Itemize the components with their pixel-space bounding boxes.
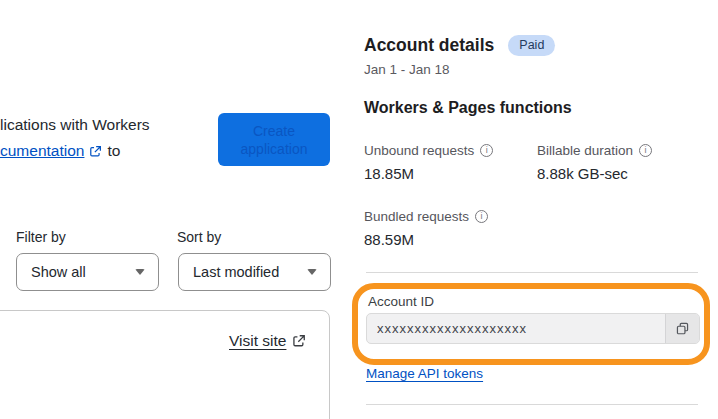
divider xyxy=(366,272,698,273)
documentation-link[interactable]: cumentation xyxy=(0,142,84,160)
billable-duration-value: 8.88k GB-sec xyxy=(537,165,628,182)
bundled-requests-value: 88.59M xyxy=(364,231,414,248)
billing-date-range: Jan 1 - Jan 18 xyxy=(364,62,450,77)
sort-dropdown[interactable]: Last modified xyxy=(178,253,331,291)
filter-by-label: Filter by xyxy=(16,229,66,245)
paid-plan-badge: Paid xyxy=(508,35,555,56)
unbound-requests-value: 18.85M xyxy=(364,165,414,182)
create-application-button[interactable]: Create application xyxy=(218,113,330,166)
bundled-requests-label: Bundled requests i xyxy=(364,209,488,224)
intro-text-line1: lications with Workers xyxy=(0,116,150,134)
intro-text-suffix: to xyxy=(107,142,120,160)
workers-pages-dashboard: lications with Workers cumentation to Cr… xyxy=(0,0,718,419)
account-id-field xyxy=(366,313,700,344)
unbound-requests-label: Unbound requests i xyxy=(364,143,493,158)
workers-pages-functions-heading: Workers & Pages functions xyxy=(364,99,572,117)
sort-by-label: Sort by xyxy=(177,229,221,245)
filter-dropdown-value: Show all xyxy=(31,264,86,280)
external-link-icon xyxy=(292,334,306,348)
project-card xyxy=(0,310,330,419)
copy-icon xyxy=(675,321,690,336)
billable-duration-label: Billable duration i xyxy=(537,143,652,158)
account-details-title: Account details xyxy=(364,35,494,56)
account-details-panel: Account details Paid Jan 1 - Jan 18 Work… xyxy=(364,0,718,419)
info-icon[interactable]: i xyxy=(639,144,652,157)
account-id-input[interactable] xyxy=(367,314,665,343)
account-details-title-row: Account details Paid xyxy=(364,35,555,56)
intro-text-line2: cumentation to xyxy=(0,142,120,160)
external-link-icon xyxy=(89,145,102,158)
copy-account-id-button[interactable] xyxy=(665,314,699,343)
info-icon[interactable]: i xyxy=(475,210,488,223)
chevron-down-icon xyxy=(135,269,145,275)
divider xyxy=(366,404,698,405)
manage-api-tokens-link[interactable]: Manage API tokens xyxy=(366,366,483,381)
info-icon[interactable]: i xyxy=(480,144,493,157)
sort-dropdown-value: Last modified xyxy=(193,264,279,280)
filter-dropdown[interactable]: Show all xyxy=(16,253,159,291)
account-id-label: Account ID xyxy=(368,294,434,309)
visit-site-label: Visit site xyxy=(229,332,286,350)
visit-site-link[interactable]: Visit site xyxy=(229,332,306,350)
chevron-down-icon xyxy=(307,269,317,275)
